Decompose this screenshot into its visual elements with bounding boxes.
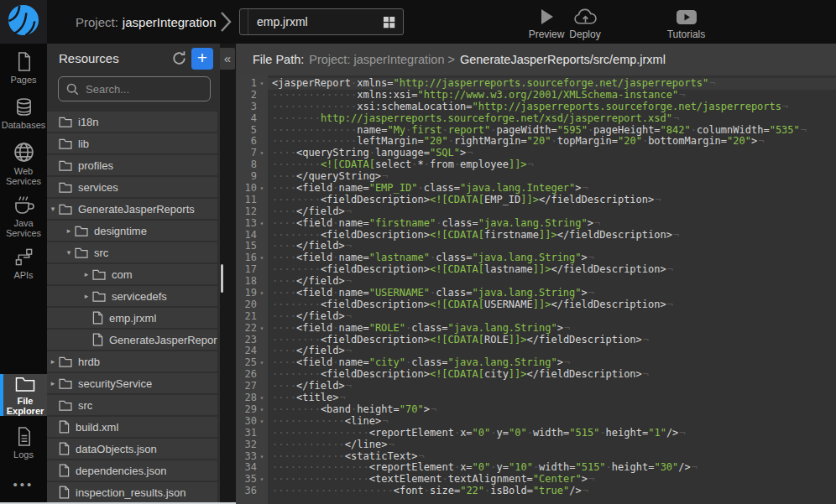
tutorials-button[interactable]: Tutorials — [655, 7, 718, 40]
code-line-4[interactable]: 4········http://jasperreports.sourceforg… — [236, 113, 836, 125]
code-line-24[interactable]: 24····</field>¬ — [236, 346, 836, 357]
tree-file-icon — [59, 486, 70, 499]
deploy-button[interactable]: Deploy — [563, 7, 607, 40]
code-line-20[interactable]: 20········<fieldDescription><![CDATA[USE… — [236, 299, 836, 311]
action-label: Tutorials — [667, 29, 706, 40]
fold-toggle-icon[interactable]: ▾ — [257, 323, 267, 335]
code-line-34[interactable]: 34················<reportElement·x="0"·y… — [236, 462, 836, 474]
tree-item-hrdb[interactable]: ▸hrdb — [47, 351, 217, 372]
tree-item-generatejasperreports[interactable]: ▾GenerateJasperReports — [47, 199, 217, 219]
tree-item-designtime[interactable]: ▸designtime — [47, 221, 217, 241]
fold-toggle-icon[interactable]: ▾ — [257, 183, 267, 195]
chevron-right-icon[interactable]: ▸ — [47, 357, 59, 366]
fold-toggle-icon[interactable]: ▾ — [257, 357, 267, 369]
code-line-36[interactable]: 36····················<font·size="22"·is… — [236, 486, 836, 497]
code-line-35[interactable]: 35▾················<textElement·textAlig… — [236, 474, 836, 486]
tree-item-com[interactable]: ▸com — [47, 264, 217, 284]
code-line-23[interactable]: 23········<fieldDescription><![CDATA[ROL… — [236, 335, 836, 346]
code-line-30[interactable]: 30▾············<line>¬ — [236, 416, 836, 428]
code-line-6[interactable]: 6··············leftMargin="20"·rightMarg… — [236, 136, 836, 148]
tree-item-src[interactable]: ▾src — [47, 242, 217, 262]
code-line-12[interactable]: 12····</field>¬ — [236, 206, 836, 218]
code-line-19[interactable]: 19▾····<field·name="USERNAME"·class="jav… — [236, 288, 836, 299]
tree-item-dependencies.json[interactable]: dependencies.json — [47, 460, 217, 481]
code-line-3[interactable]: 3··············xsi:schemaLocation="http:… — [236, 101, 836, 113]
tree-item-emp.jrxml[interactable]: emp.jrxml — [47, 308, 217, 328]
nav-databases[interactable]: Databases — [0, 92, 47, 134]
tree-item-profiles[interactable]: profiles — [47, 155, 217, 175]
code-line-32[interactable]: 32············</line>¬ — [236, 439, 836, 451]
tree-item-inspection-results.json[interactable]: inspection_results.json — [47, 482, 217, 502]
chevron-right-icon[interactable]: ▸ — [81, 270, 92, 278]
code-line-9[interactable]: 9····</queryString>¬ — [236, 171, 836, 183]
fold-toggle-icon[interactable]: ▾ — [257, 148, 267, 159]
code-line-14[interactable]: 14········<fieldDescription><![CDATA[fir… — [236, 230, 836, 242]
nav-logs[interactable]: Logs — [0, 421, 47, 465]
code-line-18[interactable]: 18····</field>¬ — [236, 276, 836, 288]
fold-toggle-icon[interactable]: ▾ — [257, 416, 267, 428]
tree-item-src[interactable]: src — [47, 395, 217, 415]
tree-item-generatejasperreports.s[interactable]: GenerateJasperReports.s — [47, 330, 217, 350]
wavemaker-logo[interactable] — [0, 0, 47, 44]
tree-item-dataobjects.json[interactable]: dataObjects.json — [47, 439, 217, 459]
code-line-27[interactable]: 27····</field>¬ — [236, 381, 836, 392]
code-line-26[interactable]: 26········<fieldDescription><![CDATA[cit… — [236, 369, 836, 381]
tree-item-servicedefs[interactable]: ▸servicedefs — [47, 286, 217, 306]
fold-toggle-icon[interactable]: ▾ — [257, 252, 267, 264]
code-line-5[interactable]: 5··············name="My·first·report"·pa… — [236, 125, 836, 137]
code-line-16[interactable]: 16▾····<field·name="lastname"·class="jav… — [236, 252, 836, 264]
code-line-13[interactable]: 13▾····<field·name="firstname"·class="ja… — [236, 218, 836, 230]
code-line-21[interactable]: 21····</field>¬ — [236, 311, 836, 323]
nav-java-services[interactable]: Java Services — [0, 190, 47, 242]
tree-scrollbar[interactable] — [221, 264, 223, 293]
tree-item-securityservice[interactable]: ▸securityService — [47, 373, 217, 393]
chevron-down-icon[interactable]: ▾ — [63, 248, 75, 257]
preview-button[interactable]: Preview — [525, 7, 568, 40]
code-line-22[interactable]: 22▾····<field·name="ROLE"·class="java.la… — [236, 323, 836, 335]
search-input[interactable] — [79, 83, 233, 96]
nav-more-options[interactable]: ••• — [0, 468, 47, 500]
chevron-down-icon[interactable]: ▾ — [47, 205, 59, 213]
code-editor[interactable]: 1▾<jasperReport·xmlns="http://jasperrepo… — [236, 75, 836, 504]
code-line-7[interactable]: 7▾····<queryString·language="SQL">¬ — [236, 148, 836, 159]
fold-toggle-icon[interactable]: ▾ — [257, 288, 267, 299]
grid-view-icon[interactable] — [383, 16, 395, 29]
code-line-31[interactable]: 31················<reportElement·x="0"·y… — [236, 428, 836, 439]
fold-toggle-icon[interactable]: ▾ — [257, 474, 267, 486]
tree-item-i18n[interactable]: i18n — [47, 112, 217, 132]
code-line-15[interactable]: 15····</field>¬ — [236, 241, 836, 252]
nav-apis[interactable]: APIs — [0, 242, 47, 285]
nav-pages[interactable]: Pages — [0, 47, 47, 89]
fold-toggle-icon[interactable]: ▾ — [257, 392, 267, 404]
tree-file-icon — [59, 464, 70, 477]
fold-toggle-icon[interactable]: ▾ — [257, 218, 267, 230]
tree-item-lib[interactable]: lib — [47, 133, 217, 153]
nav-file-explorer[interactable]: File Explorer — [0, 374, 47, 416]
code-line-2[interactable]: 2··············xmlns:xsi="http://www.w3.… — [236, 90, 836, 101]
code-line-17[interactable]: 17········<fieldDescription><![CDATA[las… — [236, 264, 836, 276]
code-line-28[interactable]: 28▾····<title>¬ — [236, 392, 836, 404]
refresh-button[interactable] — [171, 50, 188, 67]
tree-item-services[interactable]: services — [47, 177, 217, 197]
code-line-10[interactable]: 10▾····<field·name="EMP_ID"·class="java.… — [236, 183, 836, 195]
code-line-8[interactable]: 8········<![CDATA[select·*·from·employee… — [236, 159, 836, 171]
code-line-25[interactable]: 25▾····<field·name="city"·class="java.la… — [236, 357, 836, 369]
file-path-project: Project: jasperIntegration > — [309, 53, 455, 66]
fold-toggle-icon[interactable]: ▾ — [257, 404, 267, 416]
code-line-29[interactable]: 29▾········<band·height="70">¬ — [236, 404, 836, 416]
chevron-right-icon[interactable]: ▸ — [47, 379, 59, 387]
tree-item-build.xml[interactable]: build.xml — [47, 417, 217, 437]
search-icon — [66, 83, 79, 96]
open-file-selector[interactable]: emp.jrxml — [239, 8, 404, 35]
code-line-11[interactable]: 11········<fieldDescription><![CDATA[EMP… — [236, 195, 836, 206]
nav-web-services[interactable]: Web Services — [0, 138, 47, 190]
code-line-33[interactable]: 33▾············<staticText>¬ — [236, 451, 836, 463]
fold-toggle-icon[interactable]: ▾ — [257, 451, 267, 463]
fold-toggle-icon[interactable]: ▾ — [257, 78, 267, 90]
chevron-right-icon[interactable]: ▸ — [63, 226, 75, 235]
chevron-right-icon[interactable]: ▸ — [81, 292, 92, 300]
collapse-panel-button[interactable]: « — [220, 48, 235, 70]
resource-search[interactable] — [58, 76, 211, 101]
add-resource-button[interactable]: + — [191, 48, 213, 70]
code-line-1[interactable]: 1▾<jasperReport·xmlns="http://jasperrepo… — [236, 78, 836, 90]
